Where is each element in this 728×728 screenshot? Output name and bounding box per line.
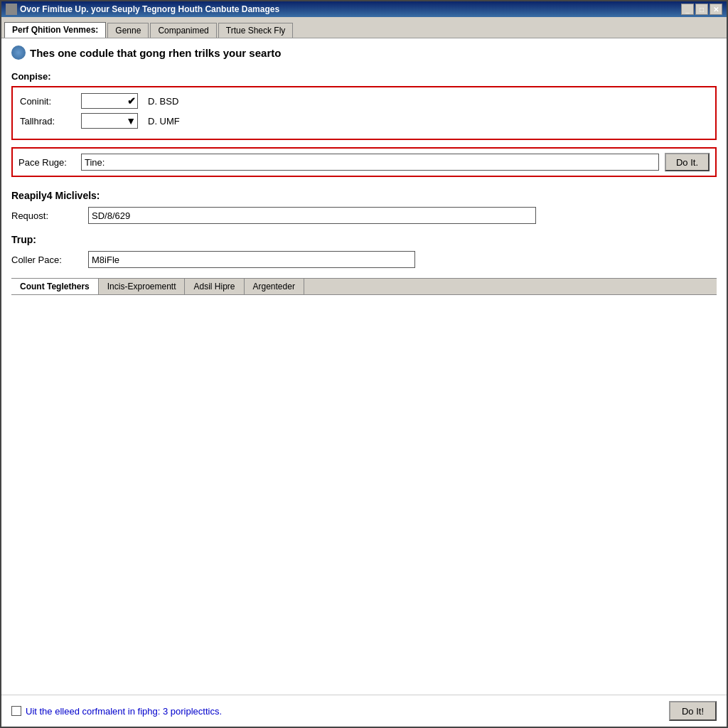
section-heading: Thes one codule that gong rhen trilks yo… [11, 46, 717, 60]
footer-checkbox-row: Uit the elleed corfmalent in fiphg: 3 po… [11, 706, 222, 717]
tab-content-area [11, 301, 717, 687]
tallhrad-note: D. UMF [148, 116, 180, 127]
title-controls: _ □ ✕ [681, 4, 722, 15]
maximize-button[interactable]: □ [695, 4, 708, 15]
coninit-row: Coninit: ✔ D. BSD [20, 93, 708, 109]
heading-icon [11, 46, 26, 60]
tallhrad-label: Tallhrad: [20, 116, 77, 127]
tallhrad-dropdown[interactable]: ▼ [81, 113, 138, 129]
do-it-inline-button[interactable]: Do It. [665, 153, 710, 171]
pace-ruge-input[interactable] [81, 154, 659, 171]
tab-genne[interactable]: Genne [107, 23, 149, 38]
pace-ruge-box: Pace Ruge: Do It. [11, 147, 717, 177]
footer-checkbox-label: Uit the elleed corfmalent in fiphg: 3 po… [26, 706, 222, 717]
tab-companimed[interactable]: Companimed [150, 23, 216, 38]
close-button[interactable]: ✕ [710, 4, 722, 15]
requost-row: Requost: [11, 207, 717, 224]
main-heading-text: Thes one codule that gong rhen trilks yo… [30, 47, 281, 59]
footer-checkbox[interactable] [11, 706, 21, 716]
conpise-group-label: Conpise: [11, 71, 717, 82]
coninit-note: D. BSD [148, 96, 178, 107]
main-content: Thes one codule that gong rhen trilks yo… [1, 38, 727, 695]
tab-count-teglethers[interactable]: Count Teglethers [11, 279, 99, 294]
window-title: Ovor Fimitue Up. your Seuply Tegnorg Hou… [20, 4, 279, 14]
pace-ruge-label: Pace Ruge: [18, 157, 75, 168]
coninit-dropdown[interactable]: ✔ [81, 93, 138, 109]
footer: Uit the elleed corfmalent in fiphg: 3 po… [1, 695, 727, 727]
title-bar-left: Ovor Fimitue Up. your Seuply Tegnorg Hou… [6, 4, 279, 15]
tab-argenteder[interactable]: Argenteder [245, 279, 304, 294]
coninit-label: Coninit: [20, 96, 77, 107]
trup-title: Trup: [11, 234, 717, 245]
bottom-tabs: Count Teglethers Incis-Exproementt Adsil… [11, 278, 717, 295]
menu-bar: Perf Qhition Venmes: Genne Companimed Tr… [1, 17, 727, 38]
tab-perf-qhition[interactable]: Perf Qhition Venmes: [4, 22, 106, 38]
conpise-box: Coninit: ✔ D. BSD Tallhrad: ▼ D. UMF [11, 86, 717, 140]
coller-pace-input[interactable] [88, 251, 415, 268]
tallhrad-row: Tallhrad: ▼ D. UMF [20, 113, 708, 129]
reapily-title: Reapily4 Miclivels: [11, 190, 717, 201]
do-it-main-button[interactable]: Do It! [669, 701, 717, 721]
tab-adsil-hipre[interactable]: Adsil Hipre [185, 279, 244, 294]
coller-pace-row: Coller Pace: [11, 251, 717, 268]
requost-label: Requost: [11, 210, 82, 221]
app-icon [6, 4, 17, 15]
main-window: Ovor Fimitue Up. your Seuply Tegnorg Hou… [0, 0, 728, 728]
coninit-check: ✔ [127, 95, 136, 107]
coller-pace-label: Coller Pace: [11, 255, 82, 265]
requost-input[interactable] [88, 207, 536, 224]
tab-trtue-sheck[interactable]: Trtue Sheck Fly [218, 23, 294, 38]
title-bar: Ovor Fimitue Up. your Seuply Tegnorg Hou… [1, 1, 727, 17]
tab-incis-exproementt[interactable]: Incis-Exproementt [99, 279, 186, 294]
tallhrad-arrow: ▼ [126, 115, 136, 127]
minimize-button[interactable]: _ [681, 4, 694, 15]
